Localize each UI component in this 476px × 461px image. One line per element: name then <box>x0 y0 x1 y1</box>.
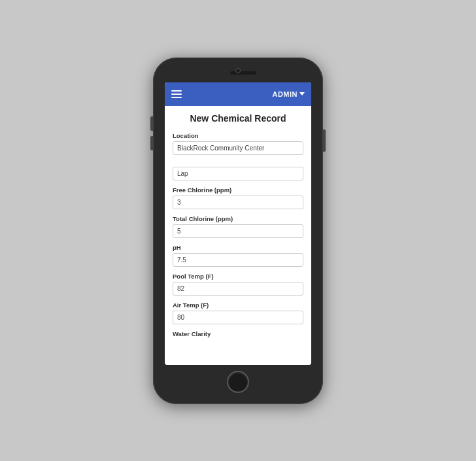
field-group-location: Location <box>173 132 303 180</box>
page-title: New Chemical Record <box>173 112 303 124</box>
side-buttons-left <box>150 116 153 150</box>
volume-up-button[interactable] <box>150 116 153 131</box>
input-location-area[interactable] <box>173 167 303 180</box>
input-air-temp[interactable] <box>173 311 303 324</box>
earpiece-speaker <box>230 71 256 75</box>
input-pool-temp[interactable] <box>173 282 303 296</box>
field-group-pool-temp: Pool Temp (F) <box>173 273 303 296</box>
admin-menu[interactable]: ADMIN <box>272 90 305 98</box>
admin-label-text: ADMIN <box>272 90 298 98</box>
phone-device: ADMIN New Chemical Record Location Free … <box>153 58 323 404</box>
input-location-name[interactable] <box>173 141 303 155</box>
field-label-total-chlorine: Total Chlorine (ppm) <box>173 215 303 222</box>
power-button[interactable] <box>323 129 326 152</box>
input-total-chlorine[interactable] <box>173 224 303 238</box>
front-camera <box>235 68 241 73</box>
hamburger-menu-button[interactable] <box>171 90 182 98</box>
field-group-air-temp: Air Temp (F) <box>173 301 303 324</box>
home-button[interactable] <box>227 371 249 393</box>
chevron-down-icon <box>299 92 305 95</box>
field-group-total-chlorine: Total Chlorine (ppm) <box>173 215 303 238</box>
input-free-chlorine[interactable] <box>173 196 303 209</box>
phone-bottom-bar <box>160 369 316 395</box>
field-group-ph: pH <box>173 244 303 267</box>
field-label-free-chlorine: Free Chlorine (ppm) <box>173 186 303 194</box>
form-scroll-area[interactable]: New Chemical Record Location Free Chlori… <box>165 106 311 365</box>
field-label-air-temp: Air Temp (F) <box>173 301 303 309</box>
field-group-water-clarity: Water Clarity <box>173 330 303 337</box>
field-label-ph: pH <box>173 244 303 251</box>
phone-screen: ADMIN New Chemical Record Location Free … <box>165 82 311 365</box>
field-label-location: Location <box>173 132 303 139</box>
side-button-right <box>323 129 326 152</box>
field-group-free-chlorine: Free Chlorine (ppm) <box>173 186 303 209</box>
volume-down-button[interactable] <box>150 136 153 150</box>
input-ph[interactable] <box>173 253 303 267</box>
app-header: ADMIN <box>165 82 311 106</box>
field-label-pool-temp: Pool Temp (F) <box>173 273 303 280</box>
field-label-water-clarity: Water Clarity <box>173 330 303 337</box>
phone-top-bar <box>160 67 316 80</box>
